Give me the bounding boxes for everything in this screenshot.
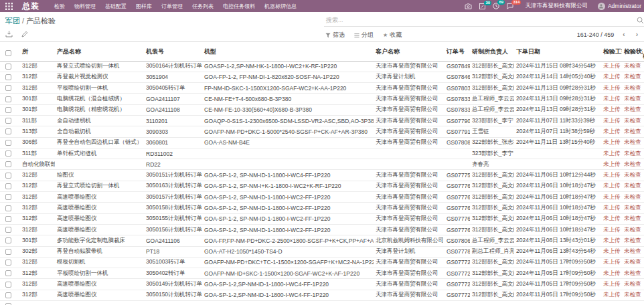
table-row[interactable]: 311部单针框式绗缝机RD311002323部部长_李宁未上传未检查 <box>0 148 644 159</box>
header-product-name[interactable]: 产品名称 <box>55 42 144 61</box>
row-checkbox[interactable] <box>5 118 11 124</box>
app-title[interactable]: 总装 <box>22 1 39 12</box>
filters-button[interactable]: 筛选 <box>325 31 345 39</box>
table-row[interactable]: 312部高速喷墨绘图仪3050157计划机转订单GOA-SP-1-2, SP-N… <box>0 192 644 203</box>
user-menu[interactable]: Administrator <box>598 3 641 10</box>
row-checkbox[interactable] <box>5 249 11 255</box>
table-row[interactable]: 312部平板喷绘切割一体机3050405转订单FP-NM-ID-SKC-1-15… <box>0 83 644 94</box>
group-by-button[interactable]: 分组 <box>354 31 374 39</box>
search-bar[interactable]: 搜索... <box>324 15 644 27</box>
cell-customer: 天津市再登商贸有限公司 <box>374 290 445 300</box>
table-row[interactable]: 312部再登立式喷绘切割一体机3050163计划机转订单GOA-SP-1-2, … <box>0 181 644 191</box>
search-icon[interactable] <box>637 17 644 24</box>
cell-inspection-status: 未检查 <box>622 159 643 170</box>
table-row[interactable]: 313部全自动裁切机3090303GOAFP-NM-PD+DKC-1-5000*… <box>0 126 644 137</box>
messages-chat-icon[interactable]: 314 <box>507 3 513 9</box>
menu-item-inspection[interactable]: 检验 <box>54 3 65 10</box>
menu-item-nameplate-info[interactable]: 机器标牌信息 <box>264 3 297 10</box>
cell-machine-no: GOA2411107 <box>144 94 202 104</box>
cell-order-no: GS07833 <box>445 104 470 115</box>
row-checkbox[interactable] <box>5 237 11 243</box>
cell-dept: 306部 <box>20 137 55 148</box>
table-row[interactable]: 312部模板切割机3051003转订单GOAFP-NM-PD+DKC+TC-1-… <box>0 257 644 268</box>
header-manager[interactable]: 研制所负责人 <box>470 42 514 61</box>
row-checkbox[interactable] <box>5 227 11 233</box>
activities-clock-icon[interactable]: 69 <box>493 3 499 9</box>
breadcrumb-parent-link[interactable]: 军团 <box>5 17 20 25</box>
header-machine-no[interactable]: 机装号 <box>144 42 202 61</box>
menu-item-base-config[interactable]: 基础配置 <box>105 3 127 10</box>
menu-item-task-list[interactable]: 任务列表 <box>192 3 214 10</box>
row-checkbox[interactable] <box>5 282 11 288</box>
row-checkbox[interactable] <box>5 64 11 70</box>
export-download-icon[interactable] <box>5 30 13 37</box>
edit-pencil-icon[interactable] <box>21 31 28 37</box>
cell-inspection-status: 未检查 <box>622 170 643 181</box>
table-row[interactable]: 312部高速喷墨绘图仪3050158计划机转订单GOA-SP-1-2, SP-N… <box>0 203 644 213</box>
header-customer[interactable]: 客户名称 <box>374 42 445 61</box>
row-checkbox[interactable] <box>5 292 11 298</box>
row-checkbox[interactable] <box>5 128 11 134</box>
table-row[interactable] <box>0 301 644 305</box>
cell-order-no: GS07791 <box>445 126 470 137</box>
pager-next-button[interactable]: › <box>634 31 640 38</box>
table-row[interactable]: 312部高速喷墨绘图仪3050150计划机转订单GOA-SP-1-2,SP-NM… <box>0 290 644 300</box>
camera-icon[interactable] <box>465 3 472 9</box>
cell-inspection-process: 未上传 <box>601 94 622 104</box>
menu-item-orders[interactable]: 订单管理 <box>161 3 183 10</box>
row-checkbox[interactable] <box>5 74 11 80</box>
row-checkbox[interactable] <box>5 140 11 146</box>
table-row[interactable]: 312部高速喷墨绘图仪3050155计划机转订单GOA-SP-1-2, SP-N… <box>0 213 644 224</box>
table-row[interactable]: 301部电脑绣花机（混合植绒绣）GOA2411107CE-NM-FE+T-4-5… <box>0 94 644 104</box>
pager-prev-button[interactable]: ‹ <box>621 31 627 38</box>
row-checkbox[interactable] <box>5 107 11 113</box>
cell-order-date: 2024年11月05日 17时09分50秒 <box>514 279 601 290</box>
table-row[interactable]: 301部电脑绣花机（精密绣花机）GOA2411108CE-NM-FE-10-33… <box>0 104 644 115</box>
header-dept[interactable]: 所 <box>20 42 55 61</box>
menu-item-electric-picking[interactable]: 电控任务领料 <box>223 3 255 10</box>
header-model[interactable]: 机型 <box>202 42 374 61</box>
header-inspection-status[interactable]: 检验状态 <box>622 42 643 61</box>
table-row[interactable]: 312部平板喷绘切割一体机3050402转订单GOAFP-NM-ID+SKC-1… <box>0 268 644 279</box>
menu-item-drawing-library[interactable]: 图样库 <box>136 3 152 10</box>
header-order-no[interactable]: 订单号 <box>445 42 470 61</box>
row-checkbox[interactable] <box>5 205 11 211</box>
table-row[interactable]: 312部绘图仪3050151计划机转订单GOA-SP-1-2, SP-NM-ID… <box>0 170 644 181</box>
select-all-cell <box>0 42 20 61</box>
row-checkbox[interactable] <box>5 216 11 222</box>
row-checkbox[interactable] <box>5 270 11 276</box>
table-row[interactable]: 自动化物联部RD22齐春亮未上传未检查 <box>0 159 644 170</box>
cell-product-name: 多功能数字化定制电脑裁床 <box>55 235 144 246</box>
cell-inspection-status: 未检查 <box>622 213 643 224</box>
row-checkbox[interactable] <box>5 183 11 189</box>
row-checkbox[interactable] <box>5 260 11 266</box>
table-row[interactable]: 312部再登裁片视觉检测仪3051904GOA-FP-1-2, FP-NM-DI… <box>0 72 644 82</box>
table-row[interactable]: 312部高速喷墨绘图仪3050149计划机转订单GOA-SP-1-2,SP-NM… <box>0 279 644 290</box>
header-inspection-process[interactable]: 检验工艺 <box>601 42 622 61</box>
menu-item-materials[interactable]: 物料管理 <box>74 3 96 10</box>
header-order-date[interactable]: 下单日期 <box>514 42 601 61</box>
cell-manager: 312部部长_高文阁 <box>470 192 514 203</box>
row-checkbox[interactable] <box>5 85 11 91</box>
notes-icon[interactable]: 30 <box>479 3 485 9</box>
table-row[interactable]: 306部再登全自动包四边机口罩（链式）3060801GOA-AS-NM-B4E天… <box>0 137 644 148</box>
row-checkbox[interactable] <box>5 194 11 200</box>
row-checkbox[interactable] <box>5 173 11 179</box>
cell-customer <box>374 301 445 305</box>
table-row[interactable]: 312部再登立式喷绘切割一体机3050164计划机转订单GOASP-1-2,SP… <box>0 61 644 72</box>
select-all-checkbox[interactable] <box>5 50 11 56</box>
table-row[interactable]: 311部全自动缝纫机3110201GOAQP-0-S1S-1-2300x6500… <box>0 115 644 126</box>
row-checkbox[interactable] <box>5 96 11 102</box>
cell-model: GOAFP-NM-ID+SKC-1-1500×1200-SGAF-WC2+K-A… <box>202 268 374 279</box>
cell-order-no <box>445 148 470 159</box>
row-checkbox[interactable] <box>5 161 11 167</box>
table-row[interactable]: 302部再登自动贴胶带机PT18GOA-AT-H2-1050*1450-TS4-… <box>0 246 644 257</box>
table-row[interactable]: 312部高速喷墨绘图仪3050156计划机转订单GOA-SP-1-2, SP-N… <box>0 224 644 235</box>
row-checkbox[interactable] <box>5 150 11 157</box>
table-row[interactable]: 301部多功能数字化定制电脑裁床GOA2411106GOA-FP,FP-NM-P… <box>0 235 644 246</box>
company-name[interactable]: 天津市再登科技有限公司 <box>525 2 588 10</box>
favorites-button[interactable]: ★ 收藏 <box>383 31 402 39</box>
apps-grid-icon[interactable] <box>5 3 13 10</box>
cell-model <box>202 159 374 170</box>
search-input[interactable]: 搜索... <box>326 16 637 25</box>
